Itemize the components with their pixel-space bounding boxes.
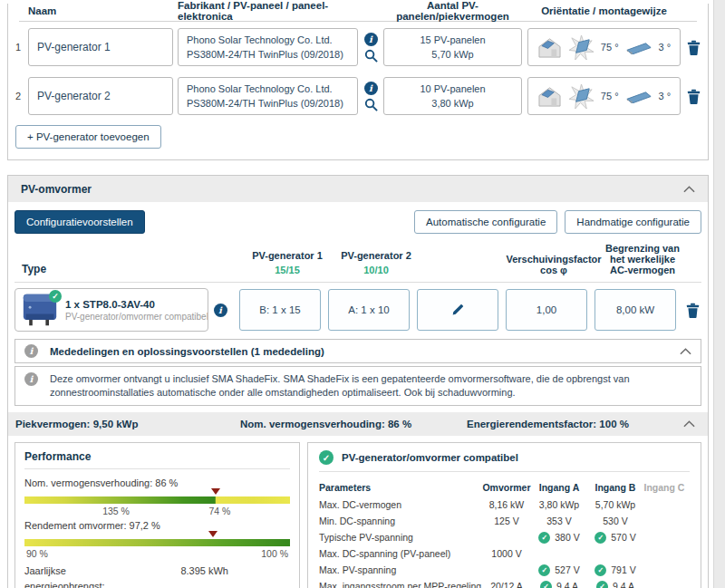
- panel-count: 10 PV-panelen: [384, 82, 521, 96]
- ok-check-icon: [596, 581, 608, 588]
- power-ratio-summary: Nom. vermogensverhouding: 86 %: [240, 419, 467, 429]
- compatibility-header: PV-generator/omvormer compatibel: [319, 450, 690, 472]
- column-header-aantal: Aantal PV-panelen/piekvermogen: [383, 0, 522, 22]
- panel-model: PS380M-24/TH TwinPlus (09/2018): [187, 96, 349, 111]
- config-header-divider: [14, 282, 701, 283]
- gen2-column-header: PV-generator 2 10/10: [335, 250, 417, 275]
- collapse-chevron-icon[interactable]: [683, 186, 695, 193]
- row-number: 1: [15, 42, 28, 53]
- gauge1-tick-high: 74 %: [208, 506, 230, 516]
- parameter-row: Typische PV-spanning380 V570 V: [319, 529, 690, 545]
- orientation-field[interactable]: 75 ° 3 °: [527, 28, 681, 66]
- column-header-naam: Naam: [28, 5, 173, 16]
- ok-check-icon: [594, 564, 606, 576]
- pencil-icon: [450, 303, 465, 317]
- orientation-field[interactable]: 75 ° 3 °: [527, 77, 681, 115]
- configuration-proposals-button[interactable]: Configuratievoorstellen: [14, 210, 145, 234]
- gen1-assigned-count: 15/15: [275, 265, 300, 275]
- panel-count: 15 PV-panelen: [384, 33, 521, 47]
- page: Naam Fabrikant / PV-paneel / paneel-elek…: [7, 0, 709, 588]
- pv-generators-panel: Naam Fabrikant / PV-paneel / paneel-elek…: [7, 4, 709, 160]
- house-roof-icon: [537, 85, 562, 108]
- gauge2-tick-high: 100 %: [261, 548, 288, 559]
- scrollbar[interactable]: [713, 0, 725, 588]
- azimuth-compass-icon: [568, 34, 594, 61]
- messages-header[interactable]: Mededelingen en oplossingsvoorstellen (1…: [14, 339, 701, 363]
- info-icon[interactable]: [364, 82, 378, 95]
- gen1-column-header: PV-generator 1 15/15: [246, 250, 328, 275]
- ac-limit-cell[interactable]: 8,00 kW: [594, 289, 676, 331]
- azimuth-compass-icon: [568, 83, 594, 110]
- config-table-header: Type PV-generator 1 15/15 PV-generator 2…: [14, 243, 701, 282]
- ac-limit-column-header: Begrenzing van het werkelijke AC-vermoge…: [602, 243, 683, 275]
- parameter-row: Min. DC-spanning125 V353 V530 V: [319, 513, 690, 529]
- section-title: PV-omvormer: [21, 183, 92, 196]
- compatibility-title: PV-generator/omvormer compatibel: [342, 452, 518, 463]
- panel-type-field[interactable]: Phono Solar Technology Co. Ltd. PS380M-2…: [178, 77, 358, 115]
- azimuth-value: 75 °: [601, 42, 619, 53]
- column-header-fabrikant: Fabrikant / PV-paneel / paneel-elektroni…: [178, 0, 358, 22]
- manual-configuration-button[interactable]: Handmatige configuratie: [565, 210, 701, 234]
- parameter-row: Max. ingangsstroom per MPP-regeling20/12…: [319, 578, 690, 588]
- stat-row: Jaarlijkse energieopbrengst:8.395 kWh: [24, 564, 290, 588]
- pv-generator-row-2: 2 Phono Solar Technology Co. Ltd. PS380M…: [8, 77, 708, 115]
- add-generator-button[interactable]: + PV-generator toevoegen: [15, 125, 161, 149]
- configuration-buttons-row: Configuratievoorstellen Automatische con…: [14, 210, 701, 234]
- peak-power: 5,70 kWp: [384, 47, 521, 62]
- row-number: 2: [15, 91, 28, 101]
- gauge1-tick-low: 135 %: [102, 506, 130, 516]
- generator-name-input[interactable]: [28, 77, 173, 115]
- panel-count-field[interactable]: 10 PV-panelen 3,80 kWp: [383, 77, 522, 115]
- generator-name-input[interactable]: [28, 28, 173, 66]
- message-text: Deze omvormer ontvangt u inclusief SMA S…: [50, 372, 691, 400]
- magnifier-icon[interactable]: [364, 98, 378, 111]
- message-item: Deze omvormer ontvangt u inclusief SMA S…: [14, 366, 701, 406]
- info-icon[interactable]: [214, 304, 227, 317]
- gauge2: [24, 531, 290, 546]
- delete-generator-icon[interactable]: [681, 89, 701, 104]
- automatic-configuration-button[interactable]: Automatische configuratie: [414, 210, 557, 234]
- compatible-check-icon: [319, 450, 334, 465]
- parameter-row: Max. DC-spanning (PV-paneel)1000 V: [319, 545, 690, 562]
- panel-count-field[interactable]: 15 PV-panelen 5,70 kWp: [383, 28, 522, 66]
- magnifier-icon[interactable]: [364, 49, 378, 63]
- inverter-section-header[interactable]: PV-omvormer: [8, 176, 708, 202]
- panel-type-field[interactable]: Phono Solar Technology Co. Ltd. PS380M-2…: [178, 28, 358, 66]
- parameter-row: Max. PV-spanning527 V791 V: [319, 562, 690, 578]
- panel-model: PS380M-24/TH TwinPlus (09/2018): [187, 47, 349, 62]
- inverter-type-field[interactable]: 1 x STP8.0-3AV-40 PV-generator/omvormer …: [14, 288, 208, 332]
- panel-manufacturer: Phono Solar Technology Co. Ltd.: [187, 82, 349, 96]
- inverter-compatibility-status: PV-generator/omvormer compatibel: [65, 311, 208, 323]
- energy-factor-summary: Energierendementsfactor: 100 %: [467, 419, 683, 429]
- gen2-assigned-count: 10/10: [363, 265, 389, 275]
- gauge1: [24, 488, 290, 504]
- tilt-value: 3 °: [658, 91, 671, 101]
- parameter-row: Max. DC-vermogen8,16 kW3,80 kWp5,70 kWp: [319, 496, 690, 513]
- panel-manufacturer: Phono Solar Technology Co. Ltd.: [187, 33, 349, 47]
- ok-check-icon: [538, 532, 550, 544]
- cos-phi-cell[interactable]: 1,00: [506, 289, 587, 331]
- ok-check-icon: [540, 581, 552, 588]
- gen2-string-config-cell[interactable]: A: 1 x 10: [328, 289, 410, 331]
- ok-check-icon: [538, 564, 550, 576]
- performance-box: Performance Nom. vermogensverhouding: 86…: [14, 442, 300, 588]
- parameters-header-row: Parameters Omvormer Ingang A Ingang B In…: [319, 478, 690, 496]
- collapse-chevron-icon[interactable]: [680, 348, 691, 355]
- type-column-header: Type: [14, 263, 216, 275]
- inverter-config-row: 1 x STP8.0-3AV-40 PV-generator/omvormer …: [14, 288, 701, 332]
- gauge2-label: Rendement omvormer: 97,2 %: [24, 520, 290, 531]
- delete-generator-icon[interactable]: [681, 40, 701, 55]
- tilt-value: 3 °: [658, 42, 671, 53]
- collapse-chevron-icon[interactable]: [683, 420, 695, 428]
- performance-stats: Jaarlijkse energieopbrengst:8.395 kWh Sp…: [24, 564, 290, 588]
- info-icon[interactable]: [364, 33, 378, 46]
- info-icon: [24, 372, 38, 386]
- column-header-orientatie: Oriëntatie / montagewijze: [527, 5, 681, 16]
- edit-config-cell[interactable]: [417, 289, 498, 331]
- gen1-string-config-cell[interactable]: B: 1 x 15: [239, 289, 321, 331]
- peak-power-summary: Piekvermogen: 9,50 kWp: [15, 419, 240, 429]
- peak-power: 3,80 kWp: [384, 96, 521, 111]
- delete-inverter-icon[interactable]: [683, 303, 701, 318]
- gauge2-ticks: 90 % 100 %: [24, 546, 290, 560]
- gauge2-marker: [208, 531, 218, 537]
